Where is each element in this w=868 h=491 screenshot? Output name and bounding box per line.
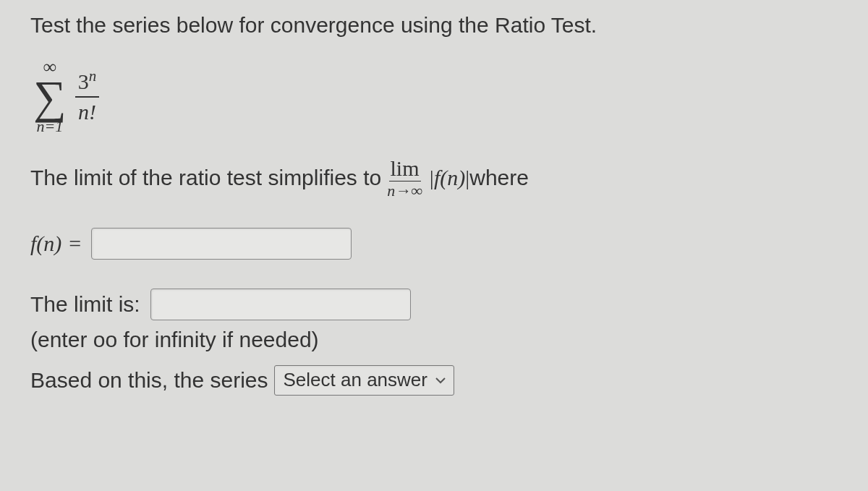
limit-label: The limit is: — [30, 292, 140, 317]
limit-expression: lim n→∞ — [387, 158, 422, 199]
fn-input[interactable] — [91, 228, 352, 260]
question-card: Test the series below for convergence us… — [0, 0, 868, 491]
input-hint: (enter oo for infinity if needed) — [30, 328, 839, 352]
numerator-base: 3 — [78, 69, 89, 93]
limit-input-row: The limit is: — [30, 289, 839, 320]
limit-input[interactable] — [150, 289, 411, 320]
ratio-suffix: where — [469, 166, 529, 190]
ratio-prefix: The limit of the ratio test simplifies t… — [30, 166, 381, 190]
fraction-numerator: 3n — [75, 67, 100, 95]
ratio-test-sentence: The limit of the ratio test simplifies t… — [30, 158, 839, 199]
lim-word: lim — [389, 158, 421, 182]
series-expression: ∞ ∑ n=1 3n n! — [33, 58, 99, 135]
series-fraction: 3n n! — [75, 67, 100, 125]
sigma-block: ∞ ∑ n=1 — [33, 58, 67, 135]
fn-of-n: f(n) — [434, 166, 465, 190]
fn-label: f(n) — [30, 231, 61, 256]
fraction-denominator: n! — [75, 99, 99, 125]
conclusion-select[interactable]: Select an answer — [274, 365, 454, 396]
equals-sign: = — [69, 231, 81, 256]
numerator-exponent: n — [89, 67, 97, 85]
sigma-symbol: ∑ — [33, 77, 67, 119]
question-prompt: Test the series below for convergence us… — [30, 13, 839, 38]
conclusion-row: Based on this, the series Select an answ… — [30, 365, 839, 396]
lim-subscript: n→∞ — [387, 182, 422, 199]
chevron-down-icon — [435, 376, 446, 385]
sigma-lower: n=1 — [36, 119, 63, 135]
conclusion-prefix: Based on this, the series — [30, 368, 268, 393]
select-placeholder: Select an answer — [284, 369, 427, 391]
fraction-bar — [75, 96, 100, 98]
fn-input-row: f(n) = — [30, 228, 839, 260]
